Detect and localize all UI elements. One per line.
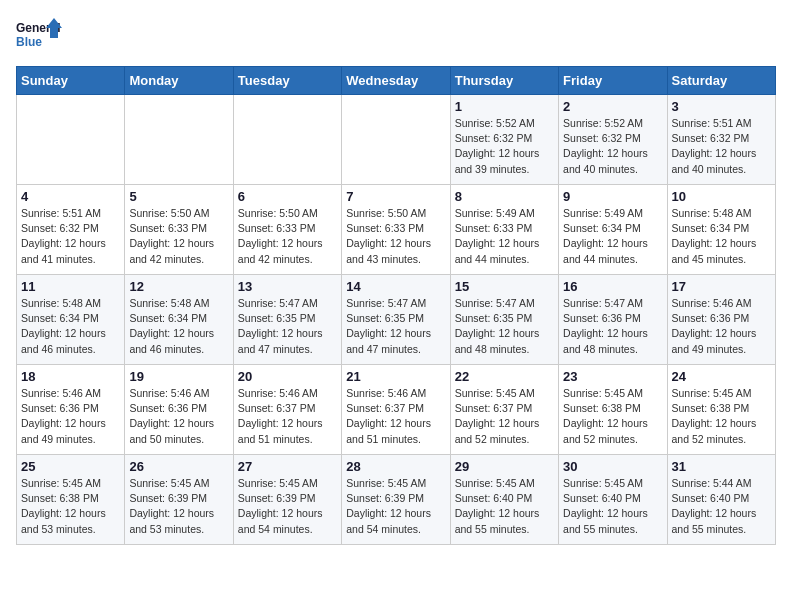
day-cell [17,95,125,185]
day-cell: 29Sunrise: 5:45 AMSunset: 6:40 PMDayligh… [450,455,558,545]
day-info: Sunrise: 5:45 AMSunset: 6:38 PMDaylight:… [672,386,771,447]
day-cell: 7Sunrise: 5:50 AMSunset: 6:33 PMDaylight… [342,185,450,275]
calendar-header-row: SundayMondayTuesdayWednesdayThursdayFrid… [17,67,776,95]
day-cell: 13Sunrise: 5:47 AMSunset: 6:35 PMDayligh… [233,275,341,365]
day-info: Sunrise: 5:45 AMSunset: 6:39 PMDaylight:… [238,476,337,537]
day-number: 28 [346,459,445,474]
day-info: Sunrise: 5:50 AMSunset: 6:33 PMDaylight:… [129,206,228,267]
day-cell: 5Sunrise: 5:50 AMSunset: 6:33 PMDaylight… [125,185,233,275]
col-header-wednesday: Wednesday [342,67,450,95]
day-number: 1 [455,99,554,114]
day-cell [233,95,341,185]
day-number: 19 [129,369,228,384]
day-cell: 12Sunrise: 5:48 AMSunset: 6:34 PMDayligh… [125,275,233,365]
day-info: Sunrise: 5:45 AMSunset: 6:39 PMDaylight:… [129,476,228,537]
day-number: 5 [129,189,228,204]
day-cell: 10Sunrise: 5:48 AMSunset: 6:34 PMDayligh… [667,185,775,275]
day-cell: 21Sunrise: 5:46 AMSunset: 6:37 PMDayligh… [342,365,450,455]
col-header-sunday: Sunday [17,67,125,95]
day-cell: 25Sunrise: 5:45 AMSunset: 6:38 PMDayligh… [17,455,125,545]
day-info: Sunrise: 5:50 AMSunset: 6:33 PMDaylight:… [238,206,337,267]
day-number: 20 [238,369,337,384]
day-cell: 9Sunrise: 5:49 AMSunset: 6:34 PMDaylight… [559,185,667,275]
day-cell: 30Sunrise: 5:45 AMSunset: 6:40 PMDayligh… [559,455,667,545]
day-info: Sunrise: 5:49 AMSunset: 6:33 PMDaylight:… [455,206,554,267]
page-header: General Blue [16,16,776,56]
day-cell [125,95,233,185]
day-info: Sunrise: 5:47 AMSunset: 6:35 PMDaylight:… [238,296,337,357]
day-number: 13 [238,279,337,294]
day-number: 27 [238,459,337,474]
col-header-saturday: Saturday [667,67,775,95]
col-header-tuesday: Tuesday [233,67,341,95]
day-number: 15 [455,279,554,294]
day-cell: 11Sunrise: 5:48 AMSunset: 6:34 PMDayligh… [17,275,125,365]
day-info: Sunrise: 5:46 AMSunset: 6:37 PMDaylight:… [346,386,445,447]
day-cell: 18Sunrise: 5:46 AMSunset: 6:36 PMDayligh… [17,365,125,455]
day-number: 17 [672,279,771,294]
day-number: 4 [21,189,120,204]
day-info: Sunrise: 5:46 AMSunset: 6:36 PMDaylight:… [672,296,771,357]
day-cell: 3Sunrise: 5:51 AMSunset: 6:32 PMDaylight… [667,95,775,185]
day-cell: 22Sunrise: 5:45 AMSunset: 6:37 PMDayligh… [450,365,558,455]
day-info: Sunrise: 5:51 AMSunset: 6:32 PMDaylight:… [21,206,120,267]
day-cell [342,95,450,185]
day-cell: 27Sunrise: 5:45 AMSunset: 6:39 PMDayligh… [233,455,341,545]
day-number: 6 [238,189,337,204]
day-cell: 19Sunrise: 5:46 AMSunset: 6:36 PMDayligh… [125,365,233,455]
day-info: Sunrise: 5:44 AMSunset: 6:40 PMDaylight:… [672,476,771,537]
day-number: 16 [563,279,662,294]
day-info: Sunrise: 5:45 AMSunset: 6:38 PMDaylight:… [563,386,662,447]
day-info: Sunrise: 5:45 AMSunset: 6:40 PMDaylight:… [563,476,662,537]
day-number: 21 [346,369,445,384]
day-number: 12 [129,279,228,294]
day-info: Sunrise: 5:45 AMSunset: 6:37 PMDaylight:… [455,386,554,447]
day-info: Sunrise: 5:46 AMSunset: 6:37 PMDaylight:… [238,386,337,447]
day-info: Sunrise: 5:46 AMSunset: 6:36 PMDaylight:… [21,386,120,447]
day-number: 30 [563,459,662,474]
day-number: 14 [346,279,445,294]
day-cell: 28Sunrise: 5:45 AMSunset: 6:39 PMDayligh… [342,455,450,545]
day-info: Sunrise: 5:51 AMSunset: 6:32 PMDaylight:… [672,116,771,177]
col-header-thursday: Thursday [450,67,558,95]
day-info: Sunrise: 5:47 AMSunset: 6:36 PMDaylight:… [563,296,662,357]
day-info: Sunrise: 5:52 AMSunset: 6:32 PMDaylight:… [455,116,554,177]
col-header-monday: Monday [125,67,233,95]
day-info: Sunrise: 5:47 AMSunset: 6:35 PMDaylight:… [455,296,554,357]
day-number: 9 [563,189,662,204]
calendar-table: SundayMondayTuesdayWednesdayThursdayFrid… [16,66,776,545]
day-cell: 6Sunrise: 5:50 AMSunset: 6:33 PMDaylight… [233,185,341,275]
day-info: Sunrise: 5:48 AMSunset: 6:34 PMDaylight:… [129,296,228,357]
day-cell: 8Sunrise: 5:49 AMSunset: 6:33 PMDaylight… [450,185,558,275]
logo: General Blue [16,16,66,56]
day-number: 3 [672,99,771,114]
day-cell: 1Sunrise: 5:52 AMSunset: 6:32 PMDaylight… [450,95,558,185]
day-cell: 26Sunrise: 5:45 AMSunset: 6:39 PMDayligh… [125,455,233,545]
day-number: 31 [672,459,771,474]
day-number: 7 [346,189,445,204]
day-number: 23 [563,369,662,384]
day-info: Sunrise: 5:45 AMSunset: 6:39 PMDaylight:… [346,476,445,537]
week-row-3: 11Sunrise: 5:48 AMSunset: 6:34 PMDayligh… [17,275,776,365]
day-cell: 24Sunrise: 5:45 AMSunset: 6:38 PMDayligh… [667,365,775,455]
day-number: 18 [21,369,120,384]
day-info: Sunrise: 5:45 AMSunset: 6:38 PMDaylight:… [21,476,120,537]
day-info: Sunrise: 5:47 AMSunset: 6:35 PMDaylight:… [346,296,445,357]
day-cell: 20Sunrise: 5:46 AMSunset: 6:37 PMDayligh… [233,365,341,455]
week-row-2: 4Sunrise: 5:51 AMSunset: 6:32 PMDaylight… [17,185,776,275]
day-cell: 16Sunrise: 5:47 AMSunset: 6:36 PMDayligh… [559,275,667,365]
day-info: Sunrise: 5:50 AMSunset: 6:33 PMDaylight:… [346,206,445,267]
day-cell: 31Sunrise: 5:44 AMSunset: 6:40 PMDayligh… [667,455,775,545]
day-info: Sunrise: 5:46 AMSunset: 6:36 PMDaylight:… [129,386,228,447]
day-info: Sunrise: 5:49 AMSunset: 6:34 PMDaylight:… [563,206,662,267]
day-cell: 4Sunrise: 5:51 AMSunset: 6:32 PMDaylight… [17,185,125,275]
day-number: 22 [455,369,554,384]
day-info: Sunrise: 5:52 AMSunset: 6:32 PMDaylight:… [563,116,662,177]
week-row-1: 1Sunrise: 5:52 AMSunset: 6:32 PMDaylight… [17,95,776,185]
day-info: Sunrise: 5:48 AMSunset: 6:34 PMDaylight:… [21,296,120,357]
day-number: 8 [455,189,554,204]
day-number: 11 [21,279,120,294]
week-row-5: 25Sunrise: 5:45 AMSunset: 6:38 PMDayligh… [17,455,776,545]
day-cell: 15Sunrise: 5:47 AMSunset: 6:35 PMDayligh… [450,275,558,365]
logo-svg: General Blue [16,16,66,56]
